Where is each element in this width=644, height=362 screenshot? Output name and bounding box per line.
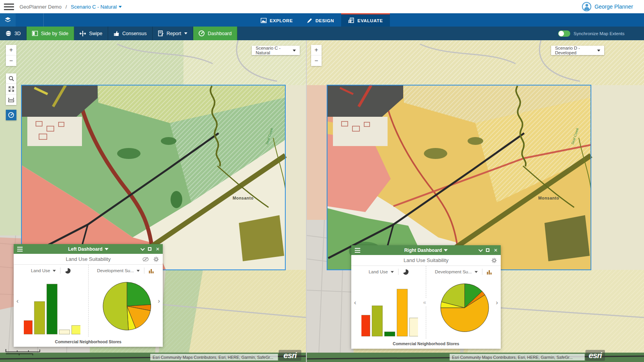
land-use-bar-chart [24,278,80,335]
carousel-next-button[interactable]: › [158,298,160,304]
dashboard-button[interactable]: Dashboard [193,27,237,40]
tab-evaluate[interactable]: EVALUATE [341,13,390,27]
left-dashboard-header: Left Dashboard ✕ [14,244,163,254]
esri-logo-right[interactable]: esri [585,350,605,361]
evaluate-toolbar: 3D Side by Side Swipe Consensus [0,27,644,40]
close-icon[interactable]: ✕ [494,248,498,253]
right-dashboard-panel: Right Dashboard ✕ Land Use Suitability [351,245,501,349]
pie-widget-select[interactable]: Development Su... [97,268,134,273]
scenario-selector-left[interactable]: Scenario C - Natural [252,46,300,55]
development-suitability-widget: Development Su... › [89,265,163,337]
attribution-right: Esri Community Maps Contributors, Esri, … [450,354,585,360]
right-dashboard-widget-titlebar: Land Use Suitability [351,255,501,266]
tab-explore[interactable]: EXPLORE [254,13,300,27]
land-use-widget: Land Use ‹ [14,265,88,337]
chevron-down-icon [119,6,122,8]
measure-ruler-icon [8,97,14,102]
side-by-side-button[interactable]: Side by Side [27,27,74,40]
chevron-down-icon [597,50,600,52]
left-dashboard-footer-label: Commercial Neighborhood Stores [14,337,163,347]
bar-widget-select[interactable]: Land Use [368,269,388,274]
pie-widget-select[interactable]: Development Su... [435,269,472,274]
dashboard-panel-button[interactable] [6,110,16,120]
zoom-control-left: + − [6,45,16,66]
zoom-out-button[interactable]: − [6,55,16,66]
dashboard-gauge-icon [8,112,14,118]
search-button[interactable] [6,73,16,84]
gear-icon[interactable] [153,257,159,262]
close-icon[interactable]: ✕ [156,247,160,251]
widget-title: Land Use Suitability [14,256,163,262]
esri-logo-left[interactable]: esri [279,350,301,361]
map-tools-left [6,73,16,105]
user-menu[interactable]: George Planner [582,0,633,13]
expand-arrows-icon [9,86,14,92]
chevron-down-icon[interactable] [137,270,140,272]
maximize-icon[interactable] [148,247,151,251]
report-button[interactable]: Report [153,27,194,40]
chevron-down-icon[interactable] [475,271,478,273]
development-suitability-pie-chart [439,280,490,335]
land-use-bar-chart [361,279,418,337]
gear-icon[interactable] [491,258,497,263]
consensus-icon [114,30,119,36]
chevron-down-icon[interactable] [391,271,394,273]
synchronize-map-extents-label: Synchronize Map Extents [574,31,624,36]
full-extent-button[interactable] [6,84,16,95]
explore-map-icon [261,18,267,23]
left-dashboard-widget-titlebar: Land Use Suitability [14,254,163,265]
chevron-down-icon [293,50,296,52]
pie-chart-type-icon[interactable] [403,269,409,275]
swipe-icon [80,31,86,36]
synchronize-map-extents-toggle[interactable] [558,30,570,37]
globe-icon [5,30,11,36]
breadcrumb: GeoPlanner Demo / Scenario C - Natural [20,4,122,10]
pencil-icon [307,18,312,23]
scenario-selector-right[interactable]: Scenario D - Developed [551,46,604,55]
pie-chart-type-icon[interactable] [65,268,71,274]
nav-divider [43,13,44,27]
maximize-icon[interactable] [486,248,489,253]
carousel-prev-button[interactable]: ‹ [354,299,356,306]
tab-design[interactable]: DESIGN [300,13,341,27]
consensus-button[interactable]: Consensus [108,27,153,40]
bar-chart-type-icon[interactable] [149,268,154,273]
collapse-chevron-icon[interactable] [141,247,144,251]
app-menu-icon[interactable] [0,0,18,13]
geoplanner-app: GeoPlanner Demo / Scenario C - Natural G… [0,0,644,362]
widget-title: Land Use Suitability [351,257,501,263]
zoom-out-button[interactable]: − [311,55,322,66]
carousel-next-button[interactable]: › [496,299,498,306]
bar-chart-type-icon[interactable] [487,269,492,275]
development-suitability-pie-chart [102,279,152,333]
zoom-control-right: + − [311,45,322,66]
bar-widget-select[interactable]: Land Use [31,268,50,273]
zoom-in-button[interactable]: + [311,45,322,55]
land-use-widget: Land Use ‹ [351,266,426,339]
layers-button[interactable] [0,13,16,27]
report-icon [158,30,164,36]
swipe-button[interactable]: Swipe [74,27,108,40]
right-dashboard-body: Land Use ‹ « Deve [351,266,501,339]
dashboard-gauge-icon [199,30,205,36]
chevron-down-icon[interactable] [53,270,56,272]
breadcrumb-root[interactable]: GeoPlanner Demo [20,4,62,10]
scenario-breadcrumb-dropdown[interactable]: Scenario C - Natural [71,4,122,10]
map-workspace: Seal Creek Monsanto Scenario C - Natural… [0,40,644,362]
collapse-chevron-icon[interactable] [479,248,482,253]
user-name: George Planner [594,4,633,10]
side-by-side-icon [32,31,38,36]
scale-bar [5,349,41,357]
evaluate-report-icon [348,18,354,23]
carousel-prev-button[interactable]: ‹ [16,298,19,304]
top-bar: GeoPlanner Demo / Scenario C - Natural G… [0,0,644,13]
visibility-off-icon[interactable] [142,257,149,262]
left-dashboard-panel: Left Dashboard ✕ Land Use Suitability [14,244,163,347]
right-dashboard-header: Right Dashboard ✕ [351,245,501,255]
layers-icon [4,16,11,23]
zoom-in-button[interactable]: + [6,45,16,55]
collapse-widgets-chevrons[interactable]: « [423,298,426,306]
left-dashboard-body: Land Use ‹ Development Su... [14,265,163,337]
3d-button[interactable]: 3D [0,27,27,40]
measure-button[interactable] [6,95,16,105]
